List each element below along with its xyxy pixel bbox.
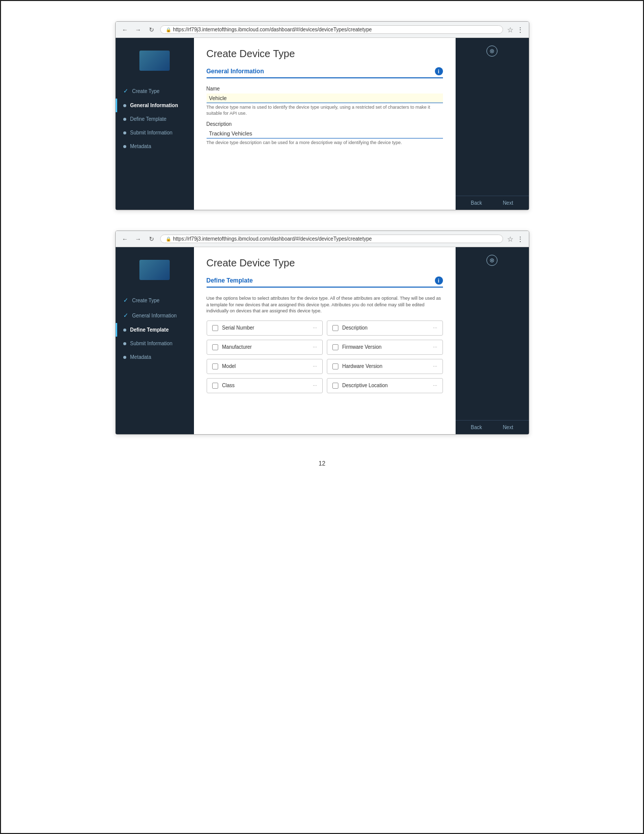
sidebar-item-metadata[interactable]: Metadata — [116, 140, 194, 153]
description-input[interactable] — [207, 129, 443, 138]
label-firmware: Firmware Version — [342, 344, 429, 350]
dot-icon-2c — [123, 356, 126, 359]
page-number: 12 — [319, 460, 325, 467]
browser-screenshot-2: ← → ↻ 🔒 https://rf79j3.internetofthings.… — [115, 230, 529, 435]
next-button-1[interactable]: Next — [503, 200, 513, 206]
menu-btn[interactable]: ⋮ — [517, 26, 524, 34]
label-hardware: Hardware Version — [342, 363, 429, 369]
back-nav-btn[interactable]: ← — [121, 25, 130, 34]
label-location: Descriptive Location — [342, 383, 429, 388]
sidebar-item-define-template[interactable]: Define Template — [116, 112, 194, 126]
name-hint: The device type name is used to identify… — [207, 105, 443, 116]
sidebar-logo-1 — [116, 45, 194, 78]
dot-icon-2a — [123, 329, 126, 332]
template-item-model[interactable]: Model ··· — [207, 359, 323, 374]
template-item-class[interactable]: Class ··· — [207, 378, 323, 393]
menu-hardware[interactable]: ··· — [433, 363, 437, 369]
url-text-2: https://rf79j3.internetofthings.ibmcloud… — [173, 236, 372, 242]
menu-description[interactable]: ··· — [433, 325, 437, 331]
browser-bar-2: ← → ↻ 🔒 https://rf79j3.internetofthings.… — [116, 231, 529, 247]
checkbox-firmware[interactable] — [332, 344, 338, 350]
menu-serial[interactable]: ··· — [313, 325, 317, 331]
close-button-1[interactable]: ⊗ — [486, 45, 498, 57]
sidebar-item-general-info[interactable]: General Information — [116, 99, 194, 112]
template-item-location[interactable]: Descriptive Location ··· — [327, 378, 443, 393]
checkbox-manufacturer[interactable] — [212, 344, 218, 350]
check-icon-2a: ✓ — [123, 297, 128, 304]
label-class: Class — [222, 383, 309, 388]
main-content-1: Create Device Type General Information i… — [194, 38, 456, 210]
checkbox-location[interactable] — [332, 383, 338, 389]
sidebar-logo-2 — [116, 255, 194, 288]
refresh-btn-2[interactable]: ↻ — [147, 235, 156, 244]
sidebar-item-define-template-2[interactable]: Define Template — [116, 323, 194, 337]
description-hint: The device type description can be used … — [207, 140, 443, 146]
template-item-serial[interactable]: Serial Number ··· — [207, 320, 323, 336]
check-icon-2b: ✓ — [123, 312, 128, 319]
dot-icon-3 — [123, 131, 126, 134]
checkbox-class[interactable] — [212, 383, 218, 389]
name-label: Name — [207, 86, 443, 91]
checkbox-model[interactable] — [212, 363, 218, 369]
browser-actions: ☆ ⋮ — [507, 26, 524, 34]
checkbox-description[interactable] — [332, 325, 338, 331]
forward-nav-btn[interactable]: → — [134, 25, 143, 34]
checkbox-serial[interactable] — [212, 325, 218, 331]
menu-model[interactable]: ··· — [313, 363, 317, 369]
url-bar-1[interactable]: 🔒 https://rf79j3.internetofthings.ibmclo… — [160, 25, 503, 34]
sidebar-item-general-info-2[interactable]: ✓ General Information — [116, 308, 194, 323]
name-field-row: Name The device type name is used to ide… — [207, 86, 443, 116]
forward-nav-btn-2[interactable]: → — [134, 235, 143, 244]
label-manufacturer: Manufacturer — [222, 344, 309, 350]
info-icon-2[interactable]: i — [435, 276, 443, 285]
back-button-2[interactable]: Back — [471, 425, 482, 430]
star-btn-2[interactable]: ☆ — [507, 235, 514, 243]
sidebar-2: ✓ Create Type ✓ General Information Defi… — [116, 247, 194, 434]
description-label: Description — [207, 121, 443, 127]
back-nav-btn-2[interactable]: ← — [121, 235, 130, 244]
checkbox-hardware[interactable] — [332, 363, 338, 369]
dot-icon-2b — [123, 342, 126, 345]
back-button-1[interactable]: Back — [471, 200, 482, 206]
lock-icon: 🔒 — [166, 27, 171, 32]
bottom-nav-2: Back Next — [456, 420, 529, 434]
browser-actions-2: ☆ ⋮ — [507, 235, 524, 243]
template-item-firmware[interactable]: Firmware Version ··· — [327, 340, 443, 355]
lock-icon-2: 🔒 — [166, 237, 171, 242]
right-panel-2: ⊗ Back Next — [456, 247, 529, 434]
name-input[interactable] — [207, 94, 443, 103]
main-content-2: Create Device Type Define Template i Use… — [194, 247, 456, 434]
next-button-2[interactable]: Next — [503, 425, 513, 430]
star-btn[interactable]: ☆ — [507, 26, 514, 34]
app-layout-1: ✓ Create Type General Information Define… — [116, 38, 529, 210]
sidebar-item-create-type[interactable]: ✓ Create Type — [116, 83, 194, 99]
menu-manufacturer[interactable]: ··· — [313, 344, 317, 350]
bottom-nav-1: Back Next — [456, 196, 529, 210]
browser-bar-1: ← → ↻ 🔒 https://rf79j3.internetofthings.… — [116, 22, 529, 38]
template-item-description[interactable]: Description ··· — [327, 320, 443, 336]
template-item-manufacturer[interactable]: Manufacturer ··· — [207, 340, 323, 355]
dot-icon-4 — [123, 145, 126, 148]
menu-btn-2[interactable]: ⋮ — [517, 235, 524, 243]
sidebar-item-metadata-2[interactable]: Metadata — [116, 350, 194, 364]
section-title-2: Define Template — [207, 277, 253, 284]
url-bar-2[interactable]: 🔒 https://rf79j3.internetofthings.ibmclo… — [160, 235, 503, 243]
menu-location[interactable]: ··· — [433, 383, 437, 388]
sidebar-item-submit-info[interactable]: Submit Information — [116, 126, 194, 140]
sidebar-item-create-type-2[interactable]: ✓ Create Type — [116, 293, 194, 308]
label-model: Model — [222, 363, 309, 369]
close-button-2[interactable]: ⊗ — [486, 255, 498, 266]
section-header-2: Define Template i — [207, 276, 443, 288]
label-description: Description — [342, 325, 429, 331]
menu-firmware[interactable]: ··· — [433, 344, 437, 350]
menu-class[interactable]: ··· — [313, 383, 317, 388]
logo-placeholder-2 — [139, 260, 170, 280]
section-title-1: General Information — [207, 68, 264, 75]
template-description: Use the options below to select attribut… — [207, 295, 443, 314]
dot-icon-2 — [123, 118, 126, 121]
sidebar-item-submit-info-2[interactable]: Submit Information — [116, 337, 194, 350]
app-layout-2: ✓ Create Type ✓ General Information Defi… — [116, 247, 529, 434]
refresh-btn[interactable]: ↻ — [147, 25, 156, 34]
info-icon-1[interactable]: i — [435, 67, 443, 75]
template-item-hardware[interactable]: Hardware Version ··· — [327, 359, 443, 374]
